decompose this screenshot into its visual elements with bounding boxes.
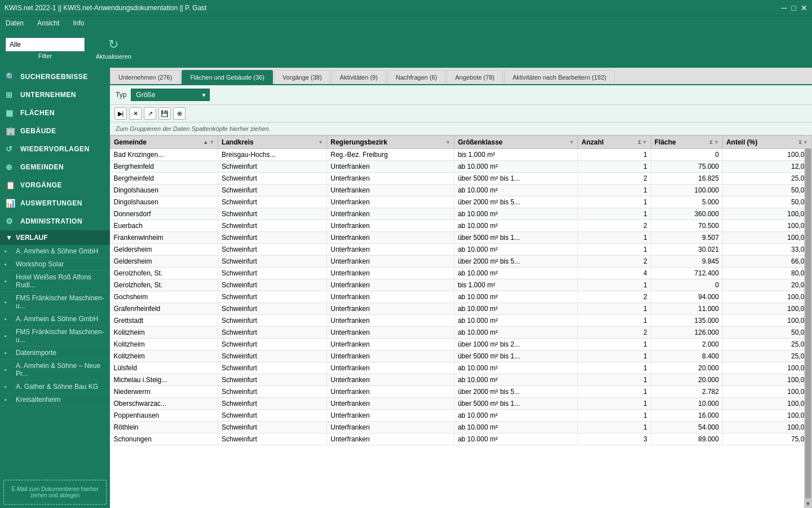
triangle-icon: ▼	[6, 234, 12, 242]
refresh-area[interactable]: ↻ Aktualisieren	[96, 37, 131, 60]
sidebar-item-gebaeude[interactable]: 🏢 GEBÄUDE	[0, 122, 110, 140]
verlauf-item-1[interactable]: ▪ Workshop Solar	[0, 258, 110, 271]
sidebar-item-suchergebnisse[interactable]: 🔍 SUCHERGEBNISSE	[0, 68, 110, 86]
col-regierungsbezirk[interactable]: Regierungsbezirk ▼	[327, 136, 454, 149]
filter-landkreis-icon[interactable]: ▼	[318, 139, 323, 145]
table-container[interactable]: Gemeinde ▲ ▼ Landkreis ▼	[110, 135, 812, 508]
sidebar-item-wiedervorlagen[interactable]: ↺ WIEDERVORLAGEN	[0, 140, 110, 158]
table-row[interactable]: Lülsfeld Schweinfurt Unterfranken ab 10.…	[111, 362, 812, 374]
table-row[interactable]: Bad Krozingen... Breisgau-Hochs... Reg.-…	[111, 149, 812, 161]
table-row[interactable]: Poppenhausen Schweinfurt Unterfranken ab…	[111, 410, 812, 422]
filter-regbez-icon[interactable]: ▼	[445, 139, 451, 145]
tab-flaechen[interactable]: Flächen und Gebäude (36)	[182, 70, 272, 84]
verlauf-item-3[interactable]: ▪ FMS Fränkischer Maschinen- u...	[0, 292, 110, 313]
table-row[interactable]: Donnersdorf Schweinfurt Unterfranken ab …	[111, 208, 812, 220]
filter-area: Filter	[6, 38, 85, 59]
col-gemeinde[interactable]: Gemeinde ▲ ▼	[111, 136, 218, 149]
table-row[interactable]: Bergrheinfeld Schweinfurt Unterfranken a…	[111, 161, 812, 173]
table-row[interactable]: Kolitzheim Schweinfurt Unterfranken ab 1…	[111, 327, 812, 339]
verlauf-item-6[interactable]: ▪ Datenimporte	[0, 347, 110, 360]
verlauf-item-2[interactable]: ▪ Hotel Weißes Roß Alfons Rudl...	[0, 271, 110, 292]
cell-flaeche: 94.000	[651, 291, 722, 303]
table-row[interactable]: Gochsheim Schweinfurt Unterfranken ab 10…	[111, 291, 812, 303]
grid-btn-export[interactable]: ↗	[144, 107, 156, 120]
table-row[interactable]: Niederwerrn Schweinfurt Unterfranken übe…	[111, 386, 812, 398]
grid-btn-play[interactable]: ▶|	[114, 107, 127, 120]
table-row[interactable]: Grettstadt Schweinfurt Unterfranken ab 1…	[111, 315, 812, 327]
tab-aktivitaeten-bearb[interactable]: Aktivitäten nach Bearbeitern (192)	[504, 70, 615, 84]
sidebar-item-flaechen[interactable]: ▦ FLÄCHEN	[0, 104, 110, 122]
filter-input[interactable]	[6, 38, 85, 51]
table-row[interactable]: Gerolzhofen, St. Schweinfurt Unterfranke…	[111, 268, 812, 279]
cell-gemeinde: Lülsfeld	[111, 362, 218, 374]
cell-regierungsbezirk: Unterfranken	[327, 268, 454, 279]
table-row[interactable]: Kolitzheim Schweinfurt Unterfranken über…	[111, 351, 812, 362]
cell-regierungsbezirk: Unterfranken	[327, 386, 454, 398]
scroll-down-arrow[interactable]: ▼	[804, 500, 812, 508]
cell-anzahl: 1	[578, 161, 651, 173]
typ-select[interactable]: Größe Art Status	[131, 89, 210, 101]
verlauf-item-5[interactable]: ▪ FMS Fränkischer Maschinen- u...	[0, 326, 110, 347]
cell-groessenklasse: ab 10.000 m²	[454, 303, 577, 315]
sidebar-item-gemeinden[interactable]: ⊕ GEMEINDEN	[0, 158, 110, 176]
scroll-thumb[interactable]	[805, 145, 811, 498]
table-row[interactable]: Röthlein Schweinfurt Unterfranken ab 10.…	[111, 422, 812, 433]
maximize-button[interactable]: □	[792, 3, 796, 12]
filter-gemeinde-icon[interactable]: ▼	[209, 139, 214, 145]
filter-anteil-icon[interactable]: ▼	[803, 139, 808, 145]
filter-flaeche-icon[interactable]: ▼	[714, 139, 719, 145]
verlauf-item-9[interactable]: ▪ Kreisaltenheim	[0, 393, 110, 406]
verlauf-item-0[interactable]: ▪ A. Amrhein & Söhne GmbH	[0, 245, 110, 258]
filter-anzahl-icon[interactable]: ▼	[642, 139, 647, 145]
table-row[interactable]: Bergrheinfeld Schweinfurt Unterfranken ü…	[111, 173, 812, 185]
tab-aktivitaeten[interactable]: Aktivitäten (9)	[332, 70, 386, 84]
table-row[interactable]: Geldersheim Schweinfurt Unterfranken ab …	[111, 244, 812, 256]
table-row[interactable]: Schonungen Schweinfurt Unterfranken ab 1…	[111, 433, 812, 445]
col-anzahl[interactable]: Anzahl Σ ▼	[578, 136, 651, 149]
verlauf-item-8[interactable]: ▪ A. Gather & Söhne Bau KG	[0, 380, 110, 393]
table-row[interactable]: Geldersheim Schweinfurt Unterfranken übe…	[111, 256, 812, 268]
col-groessenklasse[interactable]: Größenklasse ▼	[454, 136, 577, 149]
table-row[interactable]: Michelau i.Steig... Schweinfurt Unterfra…	[111, 374, 812, 386]
sidebar-item-unternehmen[interactable]: ⊞ UNTERNEHMEN	[0, 86, 110, 104]
tab-nachfragen[interactable]: Nachfragen (6)	[387, 70, 445, 84]
cell-anteil: 20,00	[722, 279, 811, 291]
cell-groessenklasse: ab 10.000 m²	[454, 268, 577, 279]
tab-unternehmen[interactable]: Unternehmen (276)	[110, 70, 180, 84]
table-row[interactable]: Euerbach Schweinfurt Unterfranken ab 10.…	[111, 220, 812, 232]
table-row[interactable]: Gerolzhofen, St. Schweinfurt Unterfranke…	[111, 279, 812, 291]
tab-angebote[interactable]: Angebote (78)	[447, 70, 503, 84]
table-row[interactable]: Kolitzheim Schweinfurt Unterfranken über…	[111, 339, 812, 351]
cell-groessenklasse: ab 10.000 m²	[454, 433, 577, 445]
scrollbar[interactable]: ▲ ▼	[804, 135, 812, 508]
cell-regierungsbezirk: Reg.-Bez. Freiburg	[327, 149, 454, 161]
table-row[interactable]: Dingolshausen Schweinfurt Unterfranken a…	[111, 185, 812, 196]
doc-icon-6: ▪	[5, 349, 12, 356]
grid-btn-add[interactable]: ⊕	[173, 107, 186, 120]
col-anteil[interactable]: Anteil (%) Σ ▼	[722, 136, 811, 149]
table-row[interactable]: Dingolshausen Schweinfurt Unterfranken ü…	[111, 196, 812, 208]
close-button[interactable]: ✕	[801, 3, 807, 12]
cell-gemeinde: Bergrheinfeld	[111, 161, 218, 173]
menu-ansicht[interactable]: Ansicht	[35, 18, 61, 28]
verlauf-item-4[interactable]: ▪ A. Amrhein & Söhne GmbH	[0, 313, 110, 326]
table-row[interactable]: Oberschwarzac... Schweinfurt Unterfranke…	[111, 398, 812, 410]
tab-vorgaenge[interactable]: Vorgänge (38)	[274, 70, 330, 84]
sidebar-item-auswertungen[interactable]: 📊 AUSWERTUNGEN	[0, 194, 110, 212]
menu-daten[interactable]: Daten	[3, 18, 26, 28]
grid-btn-clear[interactable]: ✕	[129, 107, 142, 120]
grid-btn-save[interactable]: 💾	[158, 107, 171, 120]
sidebar-item-vorgaenge[interactable]: 📋 VORGÄNGE	[0, 176, 110, 194]
email-drop-zone[interactable]: E-Mail zum Dokumentieren hierher ziehen …	[3, 480, 107, 505]
minimize-button[interactable]: ─	[782, 3, 787, 12]
col-flaeche[interactable]: Fläche Σ ▼	[651, 136, 722, 149]
menu-info[interactable]: Info	[70, 18, 86, 28]
col-landkreis[interactable]: Landkreis ▼	[218, 136, 327, 149]
verlauf-item-7[interactable]: ▪ A. Amrhein & Söhne – Neue Pr...	[0, 360, 110, 380]
sidebar-item-administration[interactable]: ⚙ ADMINISTRATION	[0, 212, 110, 230]
table-row[interactable]: Frankenwinheim Schweinfurt Unterfranken …	[111, 232, 812, 244]
filter-groesse-icon[interactable]: ▼	[569, 139, 574, 145]
sum-flaeche-icon: Σ	[710, 139, 713, 145]
table-row[interactable]: Grafenrheinfeld Schweinfurt Unterfranken…	[111, 303, 812, 315]
sort-asc-icon[interactable]: ▲	[203, 139, 208, 145]
